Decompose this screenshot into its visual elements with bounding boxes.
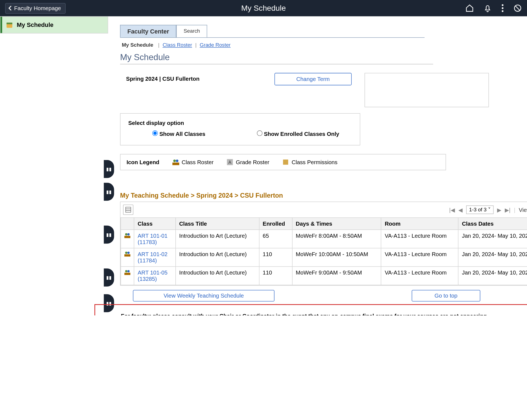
tab-search[interactable]: Search (176, 25, 208, 37)
page-banner-title: My Schedule (241, 4, 286, 13)
cell-dates: Jan 20, 2024- May 10, 2024 (458, 230, 527, 248)
display-option-label: Select display option (128, 120, 352, 126)
svg-rect-9 (172, 163, 179, 165)
table-header-row: Class Class Title Enrolled Days & Times … (121, 218, 527, 230)
weekly-teaching-button[interactable]: View Weekly Teaching Schedule (133, 290, 274, 301)
svg-text:A: A (228, 160, 231, 165)
teaching-table: Class Class Title Enrolled Days & Times … (120, 217, 527, 285)
grid-settings-icon[interactable] (123, 205, 133, 215)
main-content: Faculty Center Search My Schedule | Clas… (111, 16, 527, 315)
term-row: Spring 2024 | CSU Fullerton Change Term (120, 73, 493, 107)
svg-point-17 (127, 233, 130, 236)
svg-rect-21 (124, 254, 130, 256)
info-panel (365, 73, 489, 107)
sidebar-item-label: My Schedule (17, 21, 54, 28)
edge-tab-4[interactable]: ▮▮ (104, 268, 114, 287)
svg-point-20 (127, 252, 130, 254)
pager-range[interactable]: 1-3 of 3 ˅ (466, 205, 494, 214)
svg-line-4 (515, 6, 520, 11)
cell-title: Introduction to Art (Lecture) (175, 267, 259, 285)
roster-icon-cell[interactable] (121, 230, 134, 248)
svg-rect-18 (124, 236, 130, 238)
svg-rect-6 (7, 23, 12, 24)
chevron-left-icon (8, 5, 13, 11)
class-link[interactable]: ART 101-02(11784) (138, 251, 168, 264)
no-entry-icon[interactable] (513, 4, 522, 12)
svg-point-1 (502, 7, 503, 9)
svg-point-22 (125, 270, 127, 272)
radio-show-enrolled[interactable]: Show Enrolled Classes Only (257, 130, 339, 137)
th-title: Class Title (175, 218, 259, 230)
subnav-my-schedule: My Schedule (122, 42, 153, 48)
pager-next-icon[interactable]: ▶ (497, 206, 501, 213)
table-row: ART 101-05(13285) Introduction to Art (L… (121, 267, 527, 285)
legend-grade-roster: A Grade Roster (226, 159, 269, 166)
sidebar: My Schedule (0, 16, 108, 33)
th-days: Days & Times (292, 218, 381, 230)
teaching-heading: My Teaching Schedule > Spring 2024 > CSU… (120, 192, 527, 199)
svg-rect-12 (283, 159, 288, 165)
grade-icon: A (226, 159, 233, 166)
go-to-top-button[interactable]: Go to top (412, 290, 480, 301)
roster-icon-cell[interactable] (121, 267, 134, 285)
svg-rect-24 (124, 273, 130, 275)
back-button[interactable]: Faculty Homepage (5, 3, 66, 13)
svg-point-7 (173, 159, 176, 162)
svg-rect-13 (126, 207, 131, 212)
calendar-icon (5, 21, 13, 29)
pager-first-icon[interactable]: |◀ (449, 206, 455, 213)
class-link[interactable]: ART 101-01(11783) (138, 233, 168, 245)
svg-point-19 (125, 252, 127, 254)
bell-icon[interactable] (483, 4, 492, 12)
subnav-class-roster[interactable]: Class Roster (162, 42, 192, 48)
th-dates: Class Dates (458, 218, 527, 230)
svg-point-0 (502, 4, 503, 6)
edge-tab-3[interactable]: ▮▮ (104, 226, 114, 244)
cell-dates: Jan 20, 2024- May 10, 2024 (458, 248, 527, 267)
cell-enrolled: 110 (259, 248, 292, 267)
view-all-link[interactable]: View All (519, 206, 527, 213)
legend-class-permissions: Class Permissions (282, 159, 337, 166)
more-icon[interactable] (501, 4, 504, 12)
final-exam-highlight: For faculty: please consult with your Ch… (94, 304, 527, 315)
roster-icon-cell[interactable] (121, 248, 134, 267)
pager-last-icon[interactable]: ▶| (505, 206, 511, 213)
sidebar-item-my-schedule[interactable]: My Schedule (1, 17, 108, 33)
legend-class-roster: Class Roster (172, 159, 214, 166)
cell-days: MoWeFr 9:00AM - 9:50AM (292, 267, 381, 285)
cell-enrolled: 110 (259, 267, 292, 285)
change-term-button[interactable]: Change Term (274, 73, 352, 85)
icon-legend: Icon Legend Class Roster A Grade Roster … (120, 154, 446, 170)
svg-point-16 (125, 233, 127, 236)
final-info-text: For faculty: please consult with your Ch… (121, 313, 490, 315)
svg-point-2 (502, 10, 503, 12)
th-enrolled: Enrolled (259, 218, 292, 230)
radio-show-enrolled-input[interactable] (257, 130, 262, 136)
tab-faculty-center[interactable]: Faculty Center (120, 25, 176, 37)
cell-days: MoWeFr 10:00AM - 10:50AM (292, 248, 381, 267)
cell-room: VA-A113 - Lecture Room (381, 230, 458, 248)
divider (120, 64, 433, 65)
edge-tab-1[interactable]: ▮▮ (104, 160, 114, 178)
radio-show-all[interactable]: Show All Classes (152, 130, 205, 137)
permissions-icon (282, 159, 289, 166)
subnav-grade-roster[interactable]: Grade Roster (200, 42, 231, 48)
page-title: My Schedule (120, 52, 527, 62)
table-row: ART 101-01(11783) Introduction to Art (L… (121, 230, 527, 248)
tab-row: Faculty Center Search (120, 25, 424, 38)
legend-label: Icon Legend (127, 159, 159, 165)
home-icon[interactable] (465, 4, 474, 12)
th-room: Room (381, 218, 458, 230)
radio-show-all-input[interactable] (152, 130, 158, 136)
table-row: ART 101-02(11784) Introduction to Art (L… (121, 248, 527, 267)
back-button-label: Faculty Homepage (14, 5, 61, 11)
cell-title: Introduction to Art (Lecture) (175, 248, 259, 267)
edge-tab-2[interactable]: ▮▮ (104, 183, 114, 201)
pager-prev-icon[interactable]: ◀ (458, 206, 463, 213)
top-banner: Faculty Homepage My Schedule (0, 0, 527, 16)
class-link[interactable]: ART 101-05(13285) (138, 269, 168, 282)
cell-title: Introduction to Art (Lecture) (175, 230, 259, 248)
cell-room: VA-A113 - Lecture Room (381, 248, 458, 267)
cell-days: MoWeFr 8:00AM - 8:50AM (292, 230, 381, 248)
th-class: Class (134, 218, 175, 230)
